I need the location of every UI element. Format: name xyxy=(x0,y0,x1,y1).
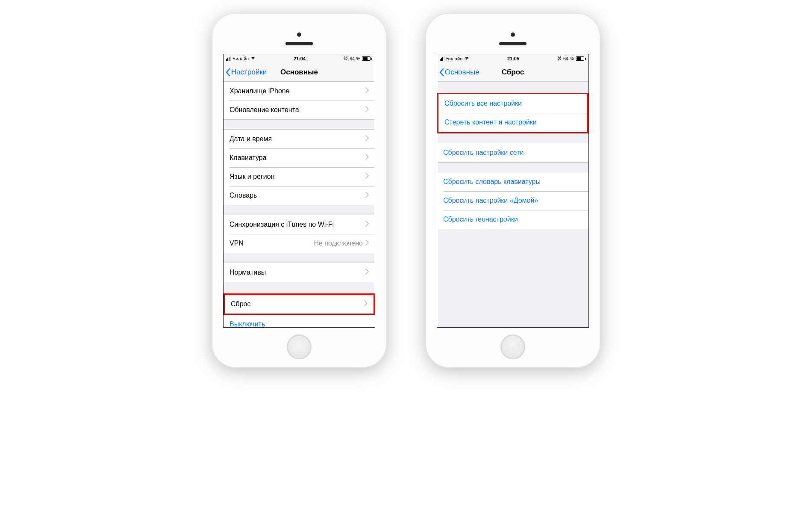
screen-left: Билайн 21:04 64 % xyxy=(223,54,375,328)
row-value: Не подключено xyxy=(314,240,363,247)
status-bar: Билайн 21:05 64 % xyxy=(437,54,588,63)
alarm-icon xyxy=(557,56,562,61)
back-label: Основные xyxy=(445,68,480,77)
phone-mockup-left: Билайн 21:04 64 % xyxy=(212,13,387,368)
battery-percent-label: 64 % xyxy=(563,56,574,61)
chevron-right-icon xyxy=(365,106,369,114)
row-itunes-wifi-sync[interactable]: Синхронизация с iTunes по Wi-Fi xyxy=(224,215,375,234)
row-label: Сбросить настройки «Домой» xyxy=(443,197,583,204)
row-background-refresh[interactable]: Обновление контента xyxy=(224,101,375,119)
settings-list: Хранилище iPhone Обновление контента Дат… xyxy=(224,82,375,327)
chevron-right-icon xyxy=(365,87,369,95)
row-label: Синхронизация с iTunes по Wi-Fi xyxy=(229,221,365,228)
row-reset[interactable]: Сброс xyxy=(225,295,374,314)
back-button[interactable]: Настройки xyxy=(224,68,267,77)
chevron-left-icon xyxy=(225,68,230,77)
reset-list: Сбросить все настройки Стереть контент и… xyxy=(437,82,588,327)
row-reset-home-layout[interactable]: Сбросить настройки «Домой» xyxy=(437,191,588,210)
row-label: Сбросить все настройки xyxy=(444,100,581,107)
chevron-right-icon xyxy=(365,269,369,276)
highlight-reset: Сброс xyxy=(224,293,375,315)
navigation-bar: Основные Сброс xyxy=(437,63,588,82)
clock-label: 21:04 xyxy=(294,56,306,61)
highlight-reset-erase: Сбросить все настройки Стереть контент и… xyxy=(437,93,588,133)
row-label: Сбросить настройки сети xyxy=(443,149,583,157)
chevron-right-icon xyxy=(364,300,368,308)
status-bar: Билайн 21:04 64 % xyxy=(224,54,375,63)
row-label: Клавиатура xyxy=(229,154,365,162)
row-reset-network[interactable]: Сбросить настройки сети xyxy=(437,143,588,162)
signal-bars-icon xyxy=(440,56,444,61)
battery-percent-label: 64 % xyxy=(350,56,360,61)
phone-speaker xyxy=(285,42,313,45)
row-reset-all-settings[interactable]: Сбросить все настройки xyxy=(438,94,587,113)
chevron-right-icon xyxy=(365,173,369,181)
row-reset-location[interactable]: Сбросить геонастройки xyxy=(437,210,588,229)
phone-mockup-right: Билайн 21:05 64 % xyxy=(425,13,600,368)
chevron-right-icon xyxy=(365,192,369,199)
row-label: VPN xyxy=(229,240,314,247)
carrier-label: Билайн xyxy=(232,56,249,61)
row-label: Хранилище iPhone xyxy=(229,87,365,95)
row-regulatory[interactable]: Нормативы xyxy=(224,263,375,282)
row-language-region[interactable]: Язык и регион xyxy=(224,167,375,186)
row-keyboard[interactable]: Клавиатура xyxy=(224,148,375,167)
back-label: Настройки xyxy=(231,68,267,77)
chevron-right-icon xyxy=(365,154,369,162)
row-label: Сброс xyxy=(231,300,364,308)
row-date-time[interactable]: Дата и время xyxy=(224,130,375,148)
row-shutdown[interactable]: Выключить xyxy=(224,315,375,327)
row-label: Нормативы xyxy=(229,269,365,276)
battery-icon xyxy=(576,56,586,61)
chevron-right-icon xyxy=(365,221,369,228)
phone-speaker xyxy=(499,42,527,45)
row-label: Стереть контент и настройки xyxy=(444,118,581,126)
row-label: Сбросить словарь клавиатуры xyxy=(443,178,583,186)
wifi-icon xyxy=(464,57,469,61)
row-label: Словарь xyxy=(229,192,365,199)
carrier-label: Билайн xyxy=(446,56,462,61)
row-reset-keyboard-dict[interactable]: Сбросить словарь клавиатуры xyxy=(437,172,588,191)
row-label: Обновление контента xyxy=(229,106,365,114)
row-storage[interactable]: Хранилище iPhone xyxy=(224,82,375,101)
row-label: Дата и время xyxy=(229,135,365,143)
alarm-icon xyxy=(344,56,348,61)
navigation-bar: Настройки Основные xyxy=(224,63,375,82)
row-label: Язык и регион xyxy=(229,173,365,181)
row-vpn[interactable]: VPN Не подключено xyxy=(224,234,375,253)
back-button[interactable]: Основные xyxy=(437,68,480,77)
battery-icon xyxy=(362,56,372,61)
chevron-right-icon xyxy=(365,240,369,247)
signal-bars-icon xyxy=(226,56,231,61)
chevron-right-icon xyxy=(365,135,369,143)
screen-right: Билайн 21:05 64 % xyxy=(437,54,589,328)
row-erase-content[interactable]: Стереть контент и настройки xyxy=(438,113,587,132)
home-button[interactable] xyxy=(287,334,312,359)
row-label: Сбросить геонастройки xyxy=(443,216,583,223)
home-button[interactable] xyxy=(500,334,525,359)
wifi-icon xyxy=(250,57,256,61)
row-label: Выключить xyxy=(229,320,369,327)
row-dictionary[interactable]: Словарь xyxy=(224,186,375,205)
chevron-left-icon xyxy=(439,68,444,77)
clock-label: 21:05 xyxy=(507,56,519,61)
